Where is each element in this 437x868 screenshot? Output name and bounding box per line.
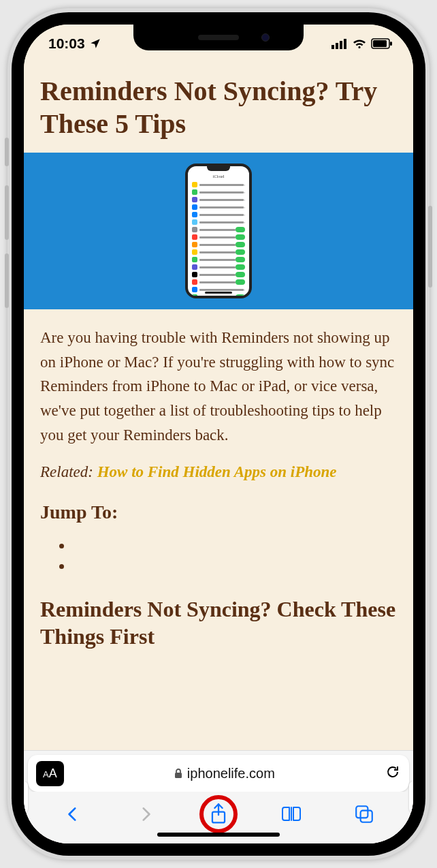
svg-rect-10 (357, 806, 368, 818)
address-bar-container: AA iphonelife.com (24, 750, 413, 843)
article-intro: Are you having trouble with Reminders no… (40, 326, 397, 447)
svg-rect-11 (361, 811, 372, 822)
tabs-icon (354, 804, 374, 824)
svg-rect-3 (344, 39, 346, 49)
svg-rect-1 (336, 43, 338, 49)
chevron-left-icon (64, 804, 82, 824)
related-label: Related: (40, 463, 93, 480)
forward-button[interactable] (132, 801, 159, 828)
tabs-button[interactable] (351, 801, 378, 828)
address-bar[interactable]: AA iphonelife.com (28, 755, 409, 792)
page-content[interactable]: Reminders Not Syncing? Try These 5 Tips … (24, 63, 413, 750)
cellular-icon (331, 38, 348, 49)
battery-icon (371, 38, 393, 49)
svg-rect-0 (331, 45, 334, 49)
bookmarks-button[interactable] (278, 801, 305, 828)
side-button (428, 206, 432, 288)
jump-to-heading: Jump To: (40, 501, 397, 523)
lock-icon (174, 768, 183, 779)
list-item[interactable] (73, 537, 397, 557)
hero-image-phone: iCloud › › › › › › (185, 164, 252, 298)
back-button[interactable] (59, 801, 86, 828)
share-icon (209, 803, 228, 826)
hero-banner: iCloud › › › › › › (24, 153, 413, 309)
svg-rect-5 (373, 40, 387, 47)
device-frame: 10:03 Reminders Not Syncing? Try These 5… (7, 8, 430, 860)
reader-aa-button[interactable]: AA (36, 761, 64, 786)
svg-rect-2 (340, 41, 342, 49)
reload-button[interactable] (385, 764, 401, 783)
mute-switch (5, 138, 9, 166)
related-line: Related: How to Find Hidden Apps on iPho… (40, 463, 397, 481)
svg-rect-7 (175, 773, 182, 778)
wifi-icon (352, 38, 367, 49)
svg-rect-6 (390, 42, 392, 46)
list-item[interactable] (73, 557, 397, 578)
next-tab-peek[interactable] (409, 781, 413, 813)
status-time: 10:03 (48, 35, 85, 52)
front-camera (261, 33, 270, 42)
share-button[interactable] (205, 801, 232, 828)
location-icon (89, 37, 101, 50)
notch (133, 25, 304, 50)
volume-down-button (5, 253, 9, 308)
book-icon (280, 805, 302, 824)
device-bezel: 10:03 Reminders Not Syncing? Try These 5… (12, 12, 425, 856)
article-title: Reminders Not Syncing? Try These 5 Tips (40, 75, 397, 140)
url-field[interactable]: iphonelife.com (71, 766, 378, 781)
screen: 10:03 Reminders Not Syncing? Try These 5… (24, 25, 413, 843)
related-link[interactable]: How to Find Hidden Apps on iPhone (97, 463, 337, 480)
chevron-right-icon (137, 804, 155, 824)
jump-list (40, 537, 397, 578)
home-indicator[interactable] (157, 833, 280, 837)
section-heading: Reminders Not Syncing? Check These Thing… (40, 595, 397, 650)
speaker-grille (198, 35, 239, 40)
url-domain: iphonelife.com (187, 766, 275, 781)
volume-up-button (5, 185, 9, 240)
prev-tab-peek[interactable] (24, 781, 28, 813)
reload-icon (385, 764, 401, 780)
